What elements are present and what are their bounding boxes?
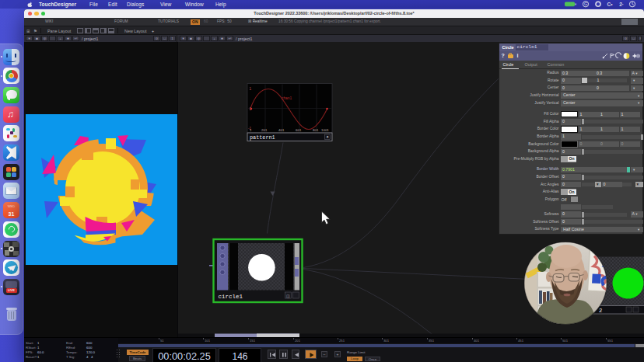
svg-text:chan1: chan1 bbox=[282, 96, 292, 99]
svg-text:G: G bbox=[584, 2, 587, 6]
svg-text:C•: C• bbox=[607, 2, 614, 7]
svg-text:circle1: circle1 bbox=[219, 293, 243, 299]
svg-text:◫: ◫ bbox=[286, 293, 290, 298]
svg-text:1: 1 bbox=[250, 86, 252, 90]
svg-text:801: 801 bbox=[313, 128, 319, 132]
svg-text:pattern1: pattern1 bbox=[250, 134, 275, 141]
svg-text:2·: 2· bbox=[619, 2, 624, 7]
svg-text:601: 601 bbox=[296, 128, 302, 132]
svg-text:✦: ✦ bbox=[326, 134, 329, 139]
svg-text:2: 2 bbox=[599, 308, 602, 314]
svg-text:1001: 1001 bbox=[321, 128, 329, 132]
svg-text:0: 0 bbox=[250, 106, 252, 110]
svg-text:401: 401 bbox=[278, 128, 285, 132]
svg-text:201: 201 bbox=[261, 128, 268, 132]
